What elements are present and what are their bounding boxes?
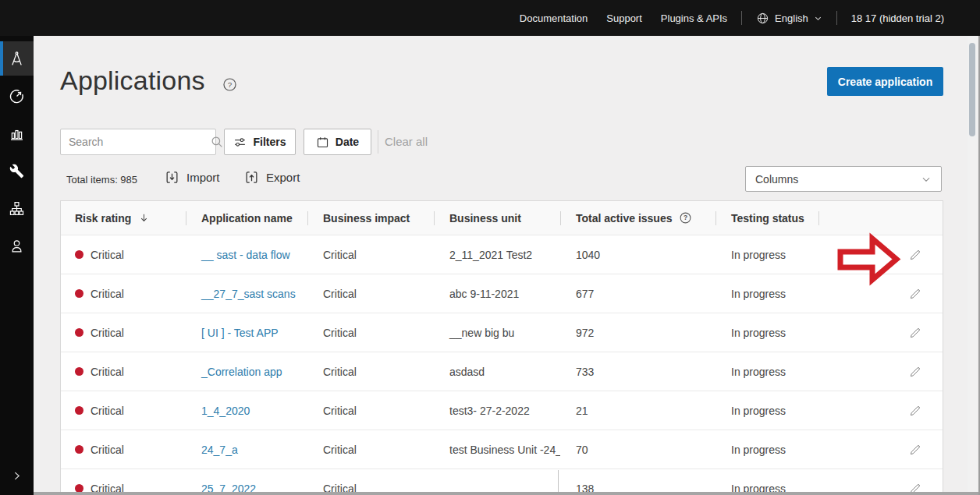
import-download-icon bbox=[165, 170, 179, 185]
filter-divider bbox=[378, 130, 378, 154]
edit-pencil-icon[interactable] bbox=[908, 248, 922, 262]
bar-chart-icon bbox=[9, 126, 25, 142]
business-unit-value: __new big bu bbox=[434, 327, 560, 339]
search-box bbox=[60, 129, 216, 155]
language-selector[interactable]: English bbox=[756, 12, 822, 25]
scrollbar-thumb[interactable] bbox=[969, 43, 975, 136]
total-active-issues-value: 21 bbox=[560, 405, 715, 417]
critical-dot-icon bbox=[75, 445, 83, 454]
critical-dot-icon bbox=[75, 367, 83, 376]
page-title: Applications bbox=[60, 65, 205, 96]
edit-pencil-icon[interactable] bbox=[908, 443, 922, 457]
column-header-business-impact[interactable]: Business impact bbox=[307, 201, 434, 235]
filters-button[interactable]: Filters bbox=[224, 129, 296, 155]
export-label: Export bbox=[266, 171, 300, 184]
topbar-divider bbox=[836, 11, 837, 25]
help-icon[interactable]: ? bbox=[222, 77, 237, 95]
sliders-icon bbox=[233, 136, 247, 149]
table-row: Critical [ UI ] - Test APP Critical __ne… bbox=[61, 313, 943, 352]
risk-label: Critical bbox=[91, 327, 124, 339]
table-header-row: Risk rating Application name Business im… bbox=[61, 201, 943, 235]
sort-descending-icon[interactable] bbox=[138, 212, 150, 224]
applications-table: Risk rating Application name Business im… bbox=[60, 200, 943, 495]
sidebar-item-settings[interactable] bbox=[0, 152, 34, 189]
testing-status-value: In progress bbox=[715, 249, 818, 261]
application-link[interactable]: 24_7_a bbox=[201, 444, 238, 456]
search-icon bbox=[210, 135, 224, 149]
business-unit-value: test3- 27-2-2022 bbox=[434, 405, 560, 417]
risk-label: Critical bbox=[91, 405, 124, 417]
header-label: Business unit bbox=[449, 212, 521, 225]
header-label: Application name bbox=[201, 212, 293, 225]
export-upload-icon bbox=[244, 170, 259, 185]
clear-all-button[interactable]: Clear all bbox=[385, 135, 428, 148]
testing-status-value: In progress bbox=[715, 288, 818, 300]
testing-status-value: In progress bbox=[715, 444, 818, 456]
edit-pencil-icon[interactable] bbox=[908, 365, 922, 379]
business-impact-value: Critical bbox=[307, 327, 434, 339]
header-label: Testing status bbox=[731, 212, 804, 225]
column-divider-artifact bbox=[558, 470, 559, 493]
date-button[interactable]: Date bbox=[304, 129, 371, 155]
wrench-icon bbox=[9, 164, 24, 179]
critical-dot-icon bbox=[75, 250, 83, 259]
column-header-testing-status[interactable]: Testing status bbox=[715, 201, 818, 235]
applications-compass-icon bbox=[9, 51, 25, 67]
application-link[interactable]: __27_7_sast scans bbox=[201, 288, 296, 300]
business-impact-value: Critical bbox=[307, 405, 434, 417]
table-row: Critical 1_4_2020 Critical test3- 27-2-2… bbox=[61, 391, 943, 430]
create-application-button[interactable]: Create application bbox=[827, 67, 943, 96]
sidebar-item-applications[interactable] bbox=[0, 41, 34, 76]
tenant-name: 18 17 (hidden trial 2) bbox=[851, 12, 944, 24]
edit-pencil-icon[interactable] bbox=[908, 404, 922, 418]
risk-label: Critical bbox=[91, 366, 124, 378]
application-link[interactable]: _Correlation app bbox=[201, 366, 282, 378]
filters-label: Filters bbox=[253, 136, 286, 148]
sidebar-item-insights[interactable] bbox=[0, 115, 34, 152]
sidebar-item-scans[interactable] bbox=[0, 77, 34, 115]
nav-plugins-apis[interactable]: Plugins & APIs bbox=[661, 12, 727, 24]
nav-documentation[interactable]: Documentation bbox=[520, 12, 588, 24]
table-row: Critical _Correlation app Critical asdas… bbox=[61, 352, 943, 391]
calendar-icon bbox=[316, 136, 329, 149]
sidebar-item-organization[interactable] bbox=[0, 189, 34, 227]
business-unit-value: test Business Unit -24_ bbox=[434, 444, 560, 456]
business-unit-value: asdasd bbox=[434, 366, 560, 378]
sitemap-icon bbox=[9, 200, 25, 217]
edit-pencil-icon[interactable] bbox=[908, 287, 922, 301]
column-header-business-unit[interactable]: Business unit bbox=[434, 201, 560, 235]
search-input[interactable] bbox=[69, 136, 210, 148]
critical-dot-icon bbox=[75, 289, 83, 298]
risk-label: Critical bbox=[91, 249, 124, 261]
testing-status-value: In progress bbox=[715, 327, 818, 339]
table-row: Critical __ sast - data flow Critical 2_… bbox=[61, 235, 943, 274]
column-header-total-active-issues[interactable]: Total active issues ? bbox=[560, 201, 715, 235]
testing-status-value: In progress bbox=[715, 405, 818, 417]
header-label: Total active issues bbox=[576, 212, 672, 225]
language-label: English bbox=[775, 12, 808, 24]
header-label: Business impact bbox=[323, 212, 410, 225]
table-row: Critical 24_7_a Critical test Business U… bbox=[61, 430, 943, 468]
info-icon[interactable]: ? bbox=[679, 211, 692, 225]
sidebar-expand-button[interactable] bbox=[0, 464, 34, 487]
application-link[interactable]: [ UI ] - Test APP bbox=[201, 327, 279, 339]
application-link[interactable]: __ sast - data flow bbox=[201, 249, 290, 261]
business-impact-value: Critical bbox=[307, 288, 434, 300]
page-scrollbar[interactable] bbox=[968, 36, 977, 495]
sidebar-item-profile[interactable] bbox=[0, 227, 34, 264]
import-label: Import bbox=[186, 171, 220, 184]
export-button[interactable]: Export bbox=[244, 170, 300, 185]
nav-support[interactable]: Support bbox=[606, 12, 642, 24]
business-unit-value: 2_11_2021 Test2 bbox=[434, 249, 560, 261]
scans-gauge-icon bbox=[9, 88, 25, 104]
import-button[interactable]: Import bbox=[165, 170, 220, 185]
columns-dropdown[interactable]: Columns bbox=[745, 166, 942, 192]
edit-pencil-icon[interactable] bbox=[908, 326, 922, 340]
column-header-risk-rating[interactable]: Risk rating bbox=[61, 201, 186, 235]
svg-text:?: ? bbox=[684, 214, 687, 221]
business-impact-value: Critical bbox=[307, 366, 434, 378]
chevron-down-icon bbox=[921, 174, 932, 185]
total-active-issues-value: 733 bbox=[560, 366, 715, 378]
application-link[interactable]: 1_4_2020 bbox=[201, 405, 250, 417]
column-header-application-name[interactable]: Application name bbox=[186, 201, 307, 235]
